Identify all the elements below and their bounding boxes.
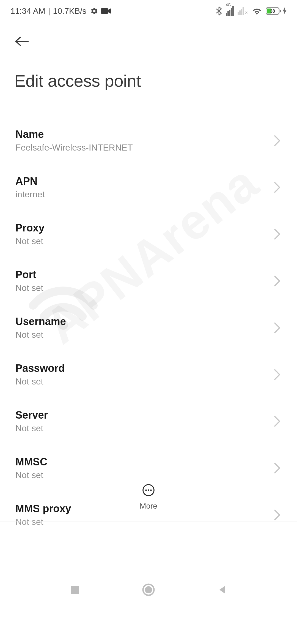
more-icon [142,484,155,498]
header: Edit access point [0,22,297,91]
bottom-action-bar: More [0,484,297,522]
setting-value: Not set [15,283,43,293]
setting-value: Feelsafe-Wireless-INTERNET [15,143,133,153]
setting-row-server[interactable]: Server Not set [15,399,282,446]
setting-label: Proxy [15,222,45,234]
nav-recent-button[interactable] [69,584,80,596]
status-bar: 11:34 AM | 10.7KB/s 4G ✕ [0,0,297,22]
svg-text:38: 38 [270,9,275,13]
setting-value: internet [15,189,45,200]
setting-label: Port [15,269,43,281]
nav-home-button[interactable] [142,583,155,597]
setting-row-apn[interactable]: APN internet [15,165,282,212]
back-button[interactable] [14,34,30,49]
setting-row-password[interactable]: Password Not set [15,352,282,399]
setting-label: MMSC [15,456,47,468]
chevron-right-icon [274,182,282,193]
nav-back-button[interactable] [217,584,228,596]
chevron-right-icon [274,135,282,146]
status-left: 11:34 AM | 10.7KB/s [10,6,111,16]
svg-rect-4 [280,10,281,12]
settings-list: Name Feelsafe-Wireless-INTERNET APN inte… [0,118,297,530]
svg-point-10 [150,489,152,491]
setting-value: Not set [15,236,45,246]
navigation-bar [0,568,297,612]
setting-label: Name [15,129,133,140]
signal-4g-icon: 4G [226,6,234,16]
chevron-right-icon [274,322,282,333]
setting-label: Username [15,316,66,328]
more-button[interactable]: More [140,484,157,513]
bluetooth-icon [216,6,222,16]
wifi-icon [252,7,262,15]
chevron-right-icon [274,416,282,427]
gear-icon [90,7,98,15]
status-time: 11:34 AM [10,6,45,16]
battery-icon: 38 [266,7,287,15]
svg-rect-11 [71,586,79,594]
chevron-right-icon [274,369,282,380]
setting-row-username[interactable]: Username Not set [15,305,282,352]
chevron-right-icon [274,463,282,474]
setting-value: Not set [15,470,47,480]
setting-row-port[interactable]: Port Not set [15,258,282,305]
setting-value: Not set [15,423,48,433]
chevron-right-icon [274,275,282,286]
svg-point-13 [145,586,152,593]
setting-row-proxy[interactable]: Proxy Not set [15,212,282,258]
setting-value: Not set [15,376,65,387]
setting-label: Password [15,362,65,374]
chevron-right-icon [274,229,282,240]
svg-rect-1 [101,8,108,14]
signal-no-sim-icon: ✕ [238,7,248,15]
more-label: More [140,502,157,511]
setting-value: Not set [15,330,66,340]
camera-icon [101,7,111,15]
setting-label: Server [15,409,48,421]
setting-row-name[interactable]: Name Feelsafe-Wireless-INTERNET [15,118,282,165]
svg-point-9 [148,489,149,491]
status-right: 4G ✕ 38 [216,6,287,16]
status-data-rate: 10.7KB/s [53,6,87,16]
status-separator: | [48,6,50,16]
svg-point-8 [145,489,147,491]
setting-label: APN [15,175,45,187]
page-title: Edit access point [14,71,283,91]
